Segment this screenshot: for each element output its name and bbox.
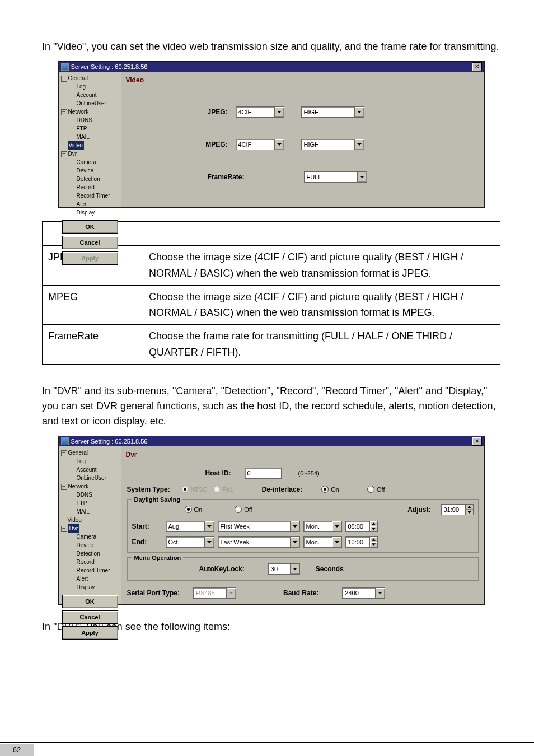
settings-tree: –General Log Account OnLineUser –Network… <box>61 449 120 591</box>
collapse-icon[interactable]: – <box>61 450 67 456</box>
collapse-icon[interactable]: – <box>61 151 67 157</box>
tree-ftp[interactable]: FTP <box>61 124 120 133</box>
tree-general[interactable]: General <box>68 450 88 456</box>
start-week-select[interactable]: First Week <box>218 521 300 532</box>
tree-log[interactable]: Log <box>61 82 120 91</box>
page-footer: 62 <box>0 742 534 756</box>
end-day-select[interactable]: Mon. <box>303 536 342 548</box>
svg-marker-9 <box>335 525 339 528</box>
tree-camera[interactable]: Camera <box>61 158 120 166</box>
tree-ddns[interactable]: DDNS <box>61 491 120 499</box>
tree-account[interactable]: Account <box>61 465 120 474</box>
svg-marker-13 <box>293 541 297 543</box>
tree-video-selected[interactable]: Video <box>68 141 84 150</box>
pal-radio[interactable]: PAL <box>213 485 234 494</box>
tree-record[interactable]: Record <box>61 183 120 192</box>
tree-general[interactable]: General <box>68 75 88 81</box>
tree-network[interactable]: Network <box>68 483 89 489</box>
end-month-select[interactable]: Oct. <box>166 536 214 548</box>
tree-video[interactable]: Video <box>61 516 120 524</box>
window-titlebar: Server Setting : 60.251.8.56 ✕ <box>59 62 484 72</box>
tree-alert[interactable]: Alert <box>61 200 120 208</box>
tree-onlineuser[interactable]: OnLineUser <box>61 99 120 108</box>
table-row-key: FrameRate <box>43 325 143 365</box>
app-icon <box>61 437 69 445</box>
deinterlace-on-radio[interactable]: On <box>321 485 339 494</box>
pal-label: PAL <box>223 485 234 494</box>
framerate-select[interactable]: FULL <box>304 171 367 183</box>
adjust-value: 01:00 <box>441 504 466 515</box>
apply-button[interactable]: Apply <box>62 251 118 265</box>
svg-marker-12 <box>207 541 212 543</box>
collapse-icon[interactable]: – <box>61 76 67 82</box>
system-type-label: System Type: <box>127 484 170 494</box>
serial-port-label: Serial Port Type: <box>127 588 180 598</box>
tree-detection[interactable]: Detection <box>61 175 120 183</box>
ok-button[interactable]: OK <box>62 220 118 234</box>
tree-account[interactable]: Account <box>61 91 120 99</box>
cancel-button[interactable]: Cancel <box>62 610 118 624</box>
tree-recordtimer[interactable]: Record Timer <box>61 192 120 200</box>
host-id-input[interactable]: 0 <box>245 468 282 479</box>
tree-mail[interactable]: MAIL <box>61 507 120 516</box>
end-time-spinner[interactable]: 10:00 <box>345 536 378 548</box>
apply-button[interactable]: Apply <box>62 626 118 640</box>
tree-device[interactable]: Device <box>61 166 120 175</box>
chevron-down-icon <box>204 521 214 531</box>
collapse-icon[interactable]: – <box>61 526 67 532</box>
tree-display[interactable]: Display <box>61 208 120 217</box>
ds-on-radio[interactable]: On <box>185 505 203 515</box>
cancel-button[interactable]: Cancel <box>62 236 118 249</box>
jpeg-label: JPEG: <box>194 107 228 117</box>
tree-detection[interactable]: Detection <box>61 549 120 558</box>
table-row-value: Choose the frame rate for transmitting (… <box>143 325 500 365</box>
collapse-icon[interactable]: – <box>61 484 67 490</box>
tree-network[interactable]: Network <box>68 109 89 115</box>
collapse-icon[interactable]: – <box>61 109 67 115</box>
mpeg-size-select[interactable]: 4CIF <box>236 139 284 150</box>
svg-marker-5 <box>467 506 471 508</box>
tree-alert[interactable]: Alert <box>61 575 120 583</box>
start-time-spinner[interactable]: 05:00 <box>345 521 378 532</box>
start-day-select[interactable]: Mon. <box>303 521 342 532</box>
tree-dvr[interactable]: Dvr <box>68 151 77 157</box>
tree-ddns[interactable]: DDNS <box>61 116 120 124</box>
paragraph-intro-dvr: In "DVR" and its sub-menus, "Camera", "D… <box>42 384 500 429</box>
window-title: Server Setting : 60.251.8.56 <box>71 436 148 446</box>
tree-log[interactable]: Log <box>61 457 120 465</box>
chevron-down-icon <box>290 537 299 547</box>
tree-device[interactable]: Device <box>61 541 120 549</box>
tree-record[interactable]: Record <box>61 558 120 566</box>
serial-port-select[interactable]: RS485 <box>193 587 236 599</box>
autokeylock-select[interactable]: 30 <box>268 563 300 575</box>
tree-ftp[interactable]: FTP <box>61 499 120 507</box>
tree-mail[interactable]: MAIL <box>61 133 120 141</box>
ds-off-radio[interactable]: Off <box>235 505 252 515</box>
mpeg-quality-value: HIGH <box>302 139 354 150</box>
tree-dvr-selected[interactable]: Dvr <box>68 524 79 533</box>
serial-port-value: RS485 <box>194 588 226 598</box>
close-button[interactable]: ✕ <box>472 437 482 446</box>
chevron-down-icon <box>332 521 341 531</box>
mpeg-quality-select[interactable]: HIGH <box>301 139 364 150</box>
baud-rate-select[interactable]: 2400 <box>342 587 385 599</box>
tree-onlineuser[interactable]: OnLineUser <box>61 474 120 482</box>
end-week-select[interactable]: Last Week <box>218 536 300 548</box>
close-button[interactable]: ✕ <box>472 62 482 71</box>
panel-header: Dvr <box>126 450 479 460</box>
start-day-value: Mon. <box>304 521 332 531</box>
deinterlace-off-radio[interactable]: Off <box>367 485 385 494</box>
tree-camera[interactable]: Camera <box>61 533 120 541</box>
ntsc-radio[interactable]: NTSC <box>181 485 208 494</box>
jpeg-quality-select[interactable]: HIGH <box>301 106 364 118</box>
svg-marker-11 <box>372 528 376 530</box>
start-month-select[interactable]: Aug. <box>166 521 214 532</box>
off-label: Off <box>244 505 252 515</box>
svg-marker-6 <box>467 511 471 513</box>
adjust-spinner[interactable]: 01:00 <box>441 504 474 515</box>
jpeg-size-select[interactable]: 4CIF <box>236 106 284 118</box>
tree-display[interactable]: Display <box>61 583 120 591</box>
ok-button[interactable]: OK <box>62 595 118 608</box>
tree-recordtimer[interactable]: Record Timer <box>61 566 120 575</box>
paragraph-intro-video: In "Video", you can set the video web tr… <box>42 39 500 54</box>
